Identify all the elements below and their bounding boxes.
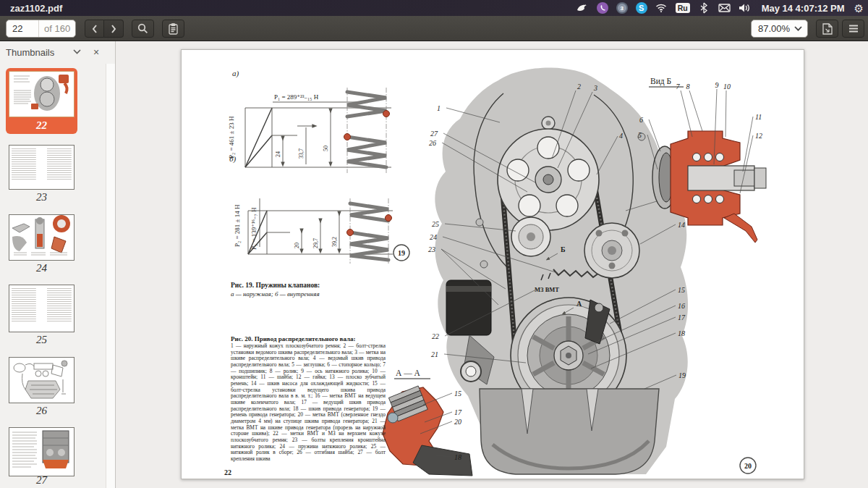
svg-text:17: 17 <box>454 408 462 416</box>
svg-text:P₁ = 139⁺¹⁶₋₇ Н: P₁ = 139⁺¹⁶₋₇ Н <box>250 207 258 250</box>
toolbar: of 160 87.00% <box>0 16 868 41</box>
session-gear-icon[interactable]: ⚙ <box>854 3 864 14</box>
figure-20-caption: Рис. 20. Привод распределительного вала:… <box>231 335 386 462</box>
thumbnail-page-24[interactable] <box>9 214 75 261</box>
svg-text:А — А: А — А <box>396 369 421 377</box>
thumbnail-page-22-selected[interactable]: 22 <box>6 68 77 134</box>
figure-19-caption-title: Рис. 19. Пружины клапанов: <box>231 282 384 289</box>
presentation-button[interactable] <box>816 20 838 38</box>
previous-page-button[interactable] <box>85 20 104 38</box>
thumbnail-page-25[interactable] <box>9 285 75 332</box>
figure-19-caption: Рис. 19. Пружины клапанов: а — наружная;… <box>231 282 384 298</box>
svg-text:19: 19 <box>398 249 405 257</box>
hamburger-menu-icon <box>848 25 859 33</box>
svg-text:5: 5 <box>638 131 642 139</box>
bird-app-icon[interactable] <box>576 2 589 14</box>
svg-text:25: 25 <box>432 220 439 228</box>
page-nav-group <box>85 20 124 38</box>
figure-19-caption-body: а — наружная; б — внутренняя <box>231 290 384 298</box>
viber-icon[interactable] <box>597 2 608 14</box>
figure-20-caption-title: Рис. 20. Привод распределительного вала: <box>231 335 386 342</box>
volume-icon[interactable] <box>739 2 751 14</box>
figure-20-caption-body: 1 — наружный кожух плоскозубчатого ремня… <box>231 343 386 462</box>
svg-text:50: 50 <box>323 146 329 151</box>
fig19-outer-spring-diagram: а) P₂ = 461 ± 23 Н P₁ = 289⁺²³₋₁₅ Н 24 3… <box>228 69 391 173</box>
thumbnail-image <box>9 71 75 117</box>
svg-text:P₂ = 461 ± 23 Н: P₂ = 461 ± 23 Н <box>228 116 235 159</box>
page-number-entry[interactable]: of 160 <box>6 20 76 38</box>
svg-text:12: 12 <box>755 132 762 140</box>
svg-text:9: 9 <box>715 81 719 89</box>
page-total-label: of 160 <box>39 23 70 34</box>
svg-text:33,7: 33,7 <box>298 148 305 159</box>
svg-text:26: 26 <box>429 139 436 147</box>
menu-button[interactable] <box>842 20 864 38</box>
mail-icon[interactable] <box>718 2 731 14</box>
svg-text:15: 15 <box>678 286 685 294</box>
thumbnail-label: 26 <box>9 405 75 417</box>
app-badge-icon[interactable]: 3 <box>616 2 628 14</box>
thumbnail-label: 22 <box>6 119 77 132</box>
window-title: zaz1102.pdf <box>10 3 62 14</box>
svg-text:8: 8 <box>686 83 690 91</box>
sidebar-close-button[interactable]: × <box>93 46 99 58</box>
svg-text:МЗ ВМТ: МЗ ВМТ <box>535 286 559 293</box>
page-number-printed: 22 <box>224 468 231 476</box>
thumbnail-page-23[interactable] <box>9 145 75 190</box>
skype-icon[interactable]: S <box>636 2 647 14</box>
document-view[interactable]: а) P₂ = 461 ± 23 Н P₁ = 289⁺²³₋₁₅ Н 24 3… <box>116 41 868 488</box>
search-button[interactable] <box>132 20 154 38</box>
keyboard-layout-indicator[interactable]: Ru <box>676 3 690 13</box>
svg-text:3: 3 <box>593 84 597 92</box>
svg-text:19: 19 <box>678 371 686 379</box>
svg-text:20: 20 <box>454 418 461 426</box>
svg-text:24: 24 <box>275 151 281 157</box>
svg-text:20: 20 <box>744 462 752 470</box>
chevron-down-icon <box>794 26 802 31</box>
next-page-button[interactable] <box>104 20 124 38</box>
bluetooth-icon[interactable] <box>698 2 710 14</box>
svg-text:Вид Б: Вид Б <box>650 77 671 86</box>
svg-text:10: 10 <box>723 83 731 91</box>
svg-text:14: 14 <box>678 221 685 229</box>
fig19-inner-spring-diagram: б) P₂ = 281 ± 14 Н P₁ = 139⁺¹⁶₋₇ Н 20 29… <box>229 154 409 264</box>
sidebar-scrollbar[interactable] <box>106 64 115 488</box>
search-icon <box>137 23 148 34</box>
svg-text:18: 18 <box>678 329 685 337</box>
thumbnail-label: 25 <box>9 334 75 346</box>
svg-text:39,2: 39,2 <box>331 237 338 247</box>
tray-clock[interactable]: May 14 4:07:12 PM <box>762 3 845 14</box>
app-badge-count: 3 <box>618 4 626 12</box>
skype-letter: S <box>639 4 644 12</box>
svg-text:P₁ = 289⁺²³₋₁₅ Н: P₁ = 289⁺²³₋₁₅ Н <box>274 93 319 101</box>
document-send-icon <box>822 23 833 35</box>
page-number-input[interactable] <box>7 21 38 36</box>
thumbnail-page-26[interactable] <box>9 357 75 403</box>
svg-text:P₂ = 281 ± 14 Н: P₂ = 281 ± 14 Н <box>234 204 241 247</box>
thumbnail-page-27[interactable] <box>9 427 75 476</box>
top-panel: zaz1102.pdf 3 S Ru <box>0 0 868 16</box>
fig20-engine-illustration: МЗ ВМТ А Б <box>435 67 688 474</box>
sidebar-title: Thumbnails <box>6 47 54 58</box>
zoom-level-dropdown[interactable]: 87.00% <box>751 20 808 38</box>
svg-text:24: 24 <box>430 233 437 241</box>
wifi-icon[interactable] <box>655 2 668 14</box>
svg-text:б): б) <box>229 154 237 164</box>
pdf-page: а) P₂ = 461 ± 23 Н P₁ = 289⁺²³₋₁₅ Н 24 3… <box>181 49 804 479</box>
svg-text:1: 1 <box>437 104 441 112</box>
svg-text:23: 23 <box>428 245 435 253</box>
svg-text:27: 27 <box>430 130 438 138</box>
svg-text:4: 4 <box>619 132 623 140</box>
sidebar-header: Thumbnails × <box>0 41 115 64</box>
svg-text:16: 16 <box>678 302 685 310</box>
notes-icon <box>169 23 178 35</box>
svg-text:А: А <box>576 300 582 308</box>
sidebar-dropdown-chevron-icon[interactable] <box>73 49 81 54</box>
svg-text:6: 6 <box>639 116 643 124</box>
thumbnail-label: 23 <box>9 191 75 203</box>
annotations-button[interactable] <box>162 20 184 38</box>
svg-text:11: 11 <box>755 113 762 121</box>
svg-text:2: 2 <box>577 83 581 91</box>
thumbnails-sidebar: Thumbnails × 22 23 24 <box>0 41 116 488</box>
svg-text:15: 15 <box>454 390 461 397</box>
